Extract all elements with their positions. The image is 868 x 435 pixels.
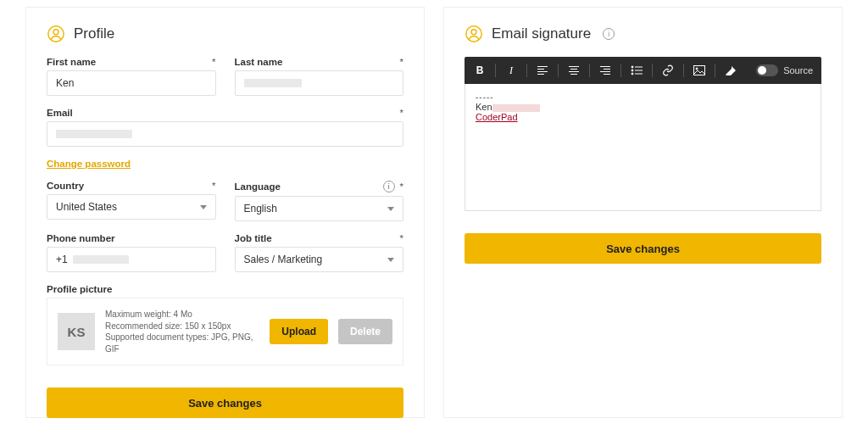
editor-body[interactable]: ----- Ken CoderPad	[465, 84, 821, 211]
last-name-input[interactable]	[235, 70, 404, 96]
info-icon[interactable]: i	[603, 28, 615, 40]
change-password-link[interactable]: Change password	[47, 159, 403, 169]
signature-card: Email signature i B I	[443, 7, 843, 418]
upload-button[interactable]: Upload	[270, 319, 328, 344]
email-field: Email *	[47, 108, 403, 147]
first-name-field: First name * Ken	[47, 57, 216, 96]
person-icon	[47, 25, 65, 43]
editor-toolbar: B I	[465, 57, 821, 84]
required-marker: *	[400, 57, 403, 67]
profile-save-button[interactable]: Save changes	[47, 388, 403, 418]
bullet-list-button[interactable]	[626, 60, 647, 81]
signature-name-line: Ken	[476, 102, 810, 112]
separator	[715, 64, 715, 77]
country-label: Country	[47, 181, 84, 191]
signature-company-link[interactable]: CoderPad	[476, 112, 518, 122]
last-name-label: Last name	[235, 57, 283, 67]
person-icon	[465, 25, 483, 43]
align-left-button[interactable]	[532, 60, 553, 81]
signature-title: Email signature	[492, 25, 591, 42]
picture-meta: Maximum weight: 4 Mo Recommended size: 1…	[105, 309, 259, 354]
email-label: Email	[47, 108, 73, 118]
profile-card: Profile First name * Ken Last name * Ema…	[25, 7, 425, 418]
align-right-button[interactable]	[595, 60, 615, 81]
signature-editor: B I	[465, 57, 821, 211]
chevron-down-icon	[200, 205, 207, 209]
required-marker: *	[400, 233, 403, 243]
language-select[interactable]: English	[235, 196, 404, 221]
profile-picture-label: Profile picture	[47, 284, 112, 294]
signature-redacted	[492, 104, 540, 112]
signature-divider: -----	[476, 92, 810, 102]
required-marker: *	[212, 181, 215, 191]
signature-save-row: Save changes	[465, 233, 821, 264]
required-marker: *	[400, 181, 403, 192]
separator	[526, 64, 527, 77]
bold-button[interactable]: B	[470, 60, 490, 81]
profile-picture-section: Profile picture KS Maximum weight: 4 Mo …	[47, 284, 403, 365]
required-marker: *	[212, 57, 215, 67]
phone-label: Phone number	[47, 233, 115, 243]
signature-header: Email signature i	[465, 25, 821, 43]
change-password-row: Change password	[47, 159, 403, 169]
italic-button[interactable]: I	[501, 60, 521, 81]
chevron-down-icon	[387, 258, 394, 262]
svg-point-4	[632, 66, 633, 68]
info-icon[interactable]: i	[383, 181, 395, 192]
phone-field: Phone number +1	[47, 233, 216, 272]
jobtitle-label: Job title	[235, 233, 272, 243]
separator	[495, 64, 496, 77]
align-center-button[interactable]	[564, 60, 584, 81]
country-select[interactable]: United States	[47, 194, 216, 220]
profile-picture-box: KS Maximum weight: 4 Mo Recommended size…	[47, 298, 403, 365]
separator	[589, 64, 590, 77]
eraser-button[interactable]	[721, 60, 741, 81]
svg-point-3	[471, 30, 476, 35]
phone-redacted	[73, 255, 129, 264]
profile-save-row: Save changes	[47, 388, 403, 418]
svg-point-6	[632, 70, 633, 71]
email-input[interactable]	[47, 121, 403, 147]
svg-point-8	[632, 73, 633, 75]
separator	[620, 64, 621, 77]
first-name-input[interactable]: Ken	[47, 70, 216, 96]
profile-title: Profile	[74, 25, 114, 42]
svg-point-11	[696, 68, 698, 70]
svg-rect-10	[694, 66, 705, 75]
separator	[683, 64, 684, 77]
profile-header: Profile	[47, 25, 403, 43]
source-toggle[interactable]: Source	[753, 64, 816, 76]
language-label: Language	[235, 181, 281, 192]
signature-save-button[interactable]: Save changes	[465, 233, 821, 264]
jobtitle-field: Job title * Sales / Marketing	[235, 233, 404, 272]
phone-input[interactable]: +1	[47, 247, 216, 272]
image-button[interactable]	[689, 60, 709, 81]
first-name-label: First name	[47, 57, 96, 67]
language-field: Language i * English	[235, 181, 404, 221]
link-button[interactable]	[658, 60, 678, 81]
avatar: KS	[58, 313, 95, 350]
required-marker: *	[400, 108, 403, 118]
chevron-down-icon	[387, 207, 394, 211]
country-field: Country * United States	[47, 181, 216, 221]
last-name-redacted	[244, 79, 302, 87]
delete-button[interactable]: Delete	[338, 319, 392, 344]
email-redacted	[56, 130, 132, 138]
svg-point-1	[53, 30, 58, 35]
toggle-switch-icon	[756, 64, 778, 76]
separator	[652, 64, 653, 77]
last-name-field: Last name *	[235, 57, 404, 96]
profile-form: First name * Ken Last name * Email *	[47, 57, 403, 418]
separator	[558, 64, 559, 77]
jobtitle-select[interactable]: Sales / Marketing	[235, 247, 404, 272]
